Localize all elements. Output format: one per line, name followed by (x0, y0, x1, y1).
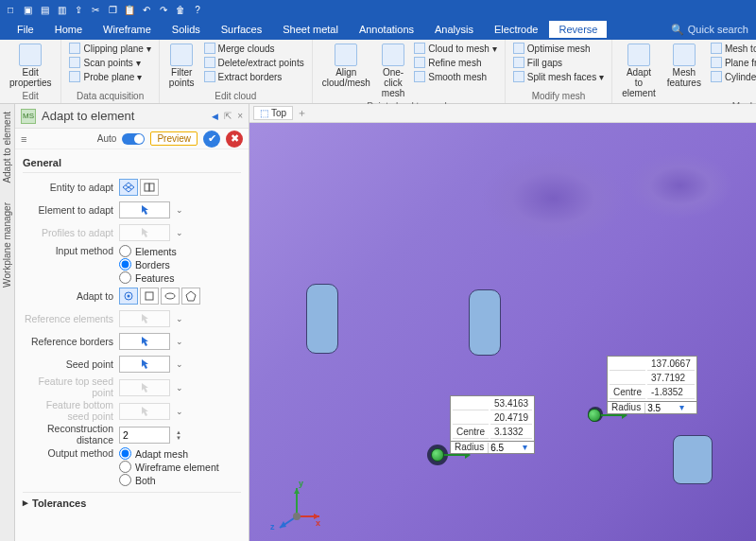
callout1-z: 3.1332 (490, 427, 532, 439)
label-adapt-to: Adapt to (23, 290, 113, 302)
plane-from-mesh-button[interactable]: Plane from mesh (709, 56, 756, 69)
element-picker[interactable] (119, 201, 170, 218)
menu-file[interactable]: File (8, 21, 43, 38)
preview-button[interactable]: Preview (150, 131, 198, 146)
viewport[interactable]: ⬚Top ＋ 53.4163 20.4719 (249, 104, 756, 541)
menu-solids[interactable]: Solids (163, 21, 210, 38)
export-icon[interactable]: ⇪ (72, 3, 85, 16)
seed-point-picker[interactable] (119, 356, 170, 373)
quick-search[interactable]: 🔍 Quick search (671, 24, 748, 36)
callout1-radius-input[interactable] (488, 443, 520, 453)
redo-icon[interactable]: ↷ (157, 3, 170, 16)
menu-analysis[interactable]: Analysis (425, 21, 483, 38)
feature-top-seed-picker (119, 379, 170, 396)
radio-wireframe-element[interactable]: Wireframe element (119, 461, 219, 473)
seed-point-expand[interactable]: ⌄ (176, 359, 185, 369)
feature-sphere[interactable] (431, 448, 444, 462)
viewport-tab-top[interactable]: ⬚Top (253, 106, 293, 120)
delete-icon[interactable]: 🗑 (174, 3, 187, 16)
reconstruction-distance-input[interactable] (119, 427, 170, 444)
callout-2[interactable]: 137.0667 37.7192 Centre-1.8352 Radius▾ (607, 356, 697, 414)
undo-icon[interactable]: ↶ (140, 3, 153, 16)
label-element-to-adapt: Element to adapt (23, 204, 113, 216)
split-mesh-faces-button[interactable]: Split mesh faces ▾ (511, 70, 606, 83)
one-click-mesh-button[interactable]: One-click mesh (378, 42, 408, 100)
menu-home[interactable]: Home (45, 21, 92, 38)
profiles-picker (119, 224, 170, 241)
clipping-plane-button[interactable]: Clipping plane ▾ (67, 42, 152, 55)
callout2-dropdown[interactable]: ▾ (677, 402, 687, 413)
new-icon[interactable]: □ (4, 3, 17, 16)
panel-menu-icon[interactable]: ≡ (21, 133, 26, 145)
section-tolerances[interactable]: ▸Tolerances (23, 492, 241, 513)
merge-clouds-button[interactable]: Merge clouds (202, 42, 306, 55)
adapt-ellipse-button[interactable] (161, 288, 180, 305)
add-tab-button[interactable]: ＋ (297, 106, 307, 120)
feature-sphere[interactable] (588, 409, 601, 422)
ribbon-group-label: Data acquisition (67, 90, 152, 103)
copy-icon[interactable]: ❐ (106, 3, 119, 16)
extract-borders-button[interactable]: Extract borders (202, 70, 306, 83)
save-icon[interactable]: ▤ (38, 3, 51, 16)
callout2-centre-label: Centre (610, 387, 645, 399)
delete-extract-points-button[interactable]: Delete/extract points (202, 56, 306, 69)
radio-elements[interactable]: Elements (119, 245, 177, 257)
cut-icon[interactable]: ✂ (89, 3, 102, 16)
mesh-to-surface-button[interactable]: Mesh to surface ▾ (709, 42, 756, 55)
reconstruction-spinner[interactable]: ▲▼ (176, 429, 185, 441)
probe-plane-button[interactable]: Probe plane ▾ (67, 70, 152, 83)
adapt-polygon-button[interactable] (181, 288, 200, 305)
callout2-z: -1.8352 (647, 387, 695, 399)
entity-mesh-button[interactable] (119, 179, 138, 196)
adapt-to-element-button[interactable]: Adapt to element (618, 42, 660, 100)
panel-close-icon[interactable]: × (237, 111, 243, 121)
callout2-radius-input[interactable] (644, 403, 677, 413)
ref-borders-picker[interactable] (119, 333, 170, 350)
title-bar: □ ▣ ▤ ▥ ⇪ ✂ ❐ 📋 ↶ ↷ 🗑 ? (0, 0, 756, 19)
scan-points-button[interactable]: Scan points ▾ (67, 56, 152, 69)
adapt-square-button[interactable] (140, 288, 159, 305)
radio-borders[interactable]: Borders (119, 258, 177, 270)
menu-annotations[interactable]: Annotations (350, 21, 423, 38)
entity-face-button[interactable] (140, 179, 159, 196)
ref-borders-expand[interactable]: ⌄ (176, 337, 185, 346)
callout1-dropdown[interactable]: ▾ (520, 442, 530, 453)
side-tab-adapt[interactable]: Adapt to element (2, 112, 12, 183)
mesh-surface[interactable]: 53.4163 20.4719 Centre3.1332 Radius▾ 137… (249, 123, 756, 541)
menu-surfaces[interactable]: Surfaces (212, 21, 271, 38)
radio-both[interactable]: Both (119, 474, 219, 486)
radio-features[interactable]: Features (119, 271, 177, 284)
callout2-radius-label: Radius (608, 402, 644, 413)
panel-pin-icon[interactable]: ⇱ (224, 111, 232, 121)
adapt-circle-button[interactable] (119, 288, 138, 305)
open-icon[interactable]: ▣ (21, 3, 34, 16)
cancel-button[interactable]: ✖ (226, 131, 243, 148)
help-icon[interactable]: ? (191, 3, 204, 16)
section-general: General (23, 153, 241, 173)
menu-reverse[interactable]: Reverse (549, 21, 607, 38)
view-triad[interactable]: x y z (266, 475, 323, 532)
menu-wireframe[interactable]: Wireframe (94, 21, 161, 38)
element-expand[interactable]: ⌄ (176, 205, 185, 215)
callout-1[interactable]: 53.4163 20.4719 Centre3.1332 Radius▾ (450, 395, 535, 454)
edit-properties-button[interactable]: Edit properties (6, 42, 55, 90)
filter-points-button[interactable]: Filter points (165, 42, 198, 90)
smooth-mesh-button[interactable]: Smooth mesh (412, 70, 498, 83)
fill-gaps-button[interactable]: Fill gaps (511, 56, 606, 69)
radio-adapt-mesh[interactable]: Adapt mesh (119, 447, 219, 460)
auto-switch[interactable] (122, 133, 145, 145)
cloud-to-mesh-button[interactable]: Cloud to mesh ▾ (412, 42, 498, 55)
profiles-expand: ⌄ (176, 228, 185, 237)
paste-icon[interactable]: 📋 (123, 3, 136, 16)
optimise-mesh-button[interactable]: Optimise mesh (511, 42, 606, 55)
menu-electrode[interactable]: Electrode (485, 21, 547, 38)
menu-sheetmetal[interactable]: Sheet metal (273, 21, 348, 38)
panel-back-icon[interactable]: ◀ (212, 112, 218, 121)
mesh-features-button[interactable]: Mesh features (663, 42, 705, 90)
refine-mesh-button[interactable]: Refine mesh (412, 56, 498, 69)
confirm-button[interactable]: ✔ (203, 131, 220, 148)
align-cloud-mesh-button[interactable]: Align cloud/mesh (318, 42, 374, 90)
side-tab-workplane[interactable]: Workplane manager (2, 202, 12, 288)
saveall-icon[interactable]: ▥ (55, 3, 68, 16)
cylinder-from-mesh-button[interactable]: Cylinder from mesh ▾ (709, 70, 756, 83)
